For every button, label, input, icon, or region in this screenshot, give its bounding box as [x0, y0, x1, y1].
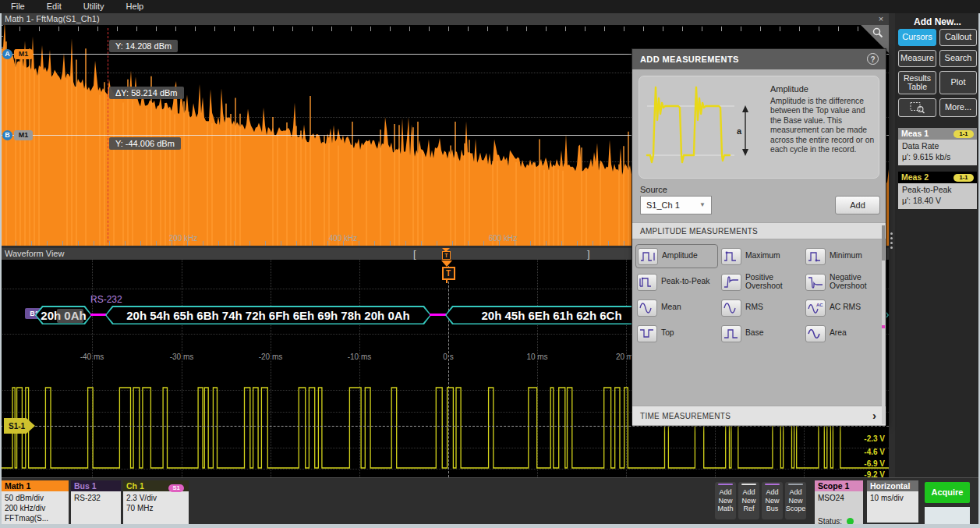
- cursor-a-m1-badge: M1: [14, 49, 33, 59]
- add-button[interactable]: Add: [835, 196, 880, 214]
- negative-overshoot-icon: [805, 274, 826, 291]
- help-icon[interactable]: ?: [867, 53, 879, 65]
- horizontal-card[interactable]: Horizontal 10 ms/div: [867, 480, 918, 523]
- bus1-badge[interactable]: Bus 1 RS-232: [71, 480, 121, 526]
- rms-icon: [721, 299, 741, 317]
- measurement-top[interactable]: Top: [635, 321, 718, 346]
- time-label: -20 ms: [259, 353, 283, 361]
- trigger-flag-stem: [446, 278, 448, 283]
- ch1-source-pill: S1: [168, 484, 184, 492]
- menu-file[interactable]: File: [0, 0, 36, 13]
- bus1-name: Bus 1: [71, 480, 121, 491]
- meas1-source-badge: 1-1: [953, 130, 974, 138]
- add-new-scope-button[interactable]: Add New Scope: [785, 482, 806, 519]
- acquire-button[interactable]: Acquire: [925, 482, 970, 503]
- time-label: 0 s: [443, 353, 453, 361]
- panel-drag-handle[interactable]: [890, 232, 893, 251]
- bus-idle-link: [90, 314, 107, 316]
- bus1-type: RS-232: [74, 493, 118, 503]
- cursor-b-readout: Y: -44.006 dBm: [109, 137, 181, 150]
- zoom-bracket-left[interactable]: [: [413, 248, 416, 260]
- maximum-icon: [721, 248, 741, 265]
- measurement-minimum[interactable]: Minimum: [804, 244, 886, 268]
- ch1-bandwidth: 70 MHz: [126, 503, 186, 513]
- meas2-value: μ': 18.40 V: [902, 196, 973, 207]
- math1-name: Math 1: [2, 480, 69, 491]
- time-label: -30 ms: [170, 353, 194, 361]
- time-label: -40 ms: [80, 353, 104, 361]
- zoom-bracket-right[interactable]: ]: [587, 248, 590, 260]
- math-color-bar: [718, 484, 733, 485]
- menu-edit[interactable]: Edit: [36, 0, 73, 13]
- add-new-ref-button[interactable]: Add New Ref: [738, 482, 759, 519]
- arrow-label: a: [737, 126, 742, 136]
- results-table-button[interactable]: Results Table: [898, 71, 936, 94]
- measurement-positive-overshoot[interactable]: Positive Overshoot: [720, 270, 802, 294]
- measurement-amplitude[interactable]: Amplitude: [635, 244, 718, 268]
- scope-color-bar: [788, 484, 803, 485]
- menu-help[interactable]: Help: [115, 0, 155, 13]
- dialog-titlebar[interactable]: ADD MEASUREMENTS: [632, 49, 886, 69]
- meas1-name: Meas 1: [901, 129, 929, 138]
- scrollbar-marker: [882, 325, 885, 328]
- cursor-b-circle[interactable]: B: [2, 130, 12, 140]
- description-text: Amplitude is the difference between the …: [770, 97, 875, 155]
- cursor-a-readout: Y: 14.208 dBm: [109, 40, 178, 52]
- bus-decode-label: RS-232: [90, 294, 122, 305]
- meas2-card[interactable]: Meas 2 1-1 Peak-to-Peak μ': 18.40 V: [898, 172, 977, 209]
- add-new-bus-button[interactable]: Add New Bus: [762, 482, 783, 519]
- more-button[interactable]: More...: [939, 98, 977, 117]
- math1-badge[interactable]: Math 1 50 dBm/div 200 kHz/div FFTmag(S..…: [2, 480, 69, 526]
- meas2-type: Peak-to-Peak: [902, 185, 973, 196]
- amplitude-icon: [638, 248, 658, 265]
- trigger-flag-arrow[interactable]: [441, 260, 452, 267]
- trigger-flag[interactable]: T: [442, 267, 455, 280]
- ground-reference-line: [0, 426, 889, 427]
- positive-overshoot-icon: [721, 274, 741, 291]
- amplitude-illustration: a: [642, 81, 767, 173]
- dialog-scrollbar-thumb[interactable]: [882, 225, 885, 260]
- cursor-a-circle[interactable]: A: [2, 49, 12, 59]
- ch1-badge[interactable]: Ch 1 S1 2.3 V/div 70 MHz: [123, 480, 189, 526]
- measurement-description-card: a Amplitude Amplitude is the difference …: [639, 76, 879, 179]
- measurement-area[interactable]: Area: [804, 321, 886, 346]
- bus-packet: 20h 54h 65h 6Bh 74h 72h 6Fh 6Eh 69h 78h …: [105, 306, 431, 324]
- amplitude-measurements-section: AMPLITUDE MEASUREMENTS: [632, 222, 886, 239]
- acquire-panel[interactable]: [925, 507, 970, 524]
- scope1-card[interactable]: Scope 1 MSO24 Status:: [815, 480, 863, 528]
- zoom-select-icon: [910, 101, 925, 114]
- chevron-down-icon: ▼: [699, 197, 706, 214]
- trigger-marker-small-box[interactable]: T: [442, 251, 451, 260]
- measurement-mean[interactable]: Mean: [635, 296, 718, 320]
- base-icon: [721, 325, 741, 342]
- search-button[interactable]: Search: [939, 50, 977, 67]
- add-new-math-button[interactable]: Add New Math: [715, 482, 736, 519]
- time-measurements-section[interactable]: TIME MEASUREMENTS: [632, 406, 886, 426]
- expand-chevron-icon[interactable]: ›: [872, 406, 876, 426]
- time-label: 10 ms: [526, 353, 547, 361]
- description-title: Amplitude: [770, 84, 808, 94]
- cursors-button[interactable]: Cursors: [898, 29, 936, 46]
- plot-button[interactable]: Plot: [939, 71, 977, 94]
- magnifier-icon[interactable]: [872, 27, 884, 39]
- meas1-card[interactable]: Meas 1 1-1 Data Rate μ': 9.615 kb/s: [898, 128, 977, 165]
- fft-panel-titlebar[interactable]: Math 1- FftMag(S1_Ch1): [0, 13, 889, 25]
- source-select[interactable]: S1_Ch 1 ▼: [640, 196, 712, 214]
- ref-color-bar: [741, 484, 756, 485]
- callout-button[interactable]: Callout: [939, 29, 977, 46]
- measure-button[interactable]: Measure: [898, 50, 936, 67]
- measurement-peak-to-peak[interactable]: Peak-to-Peak: [635, 270, 718, 294]
- measurement-maximum[interactable]: Maximum: [720, 244, 802, 268]
- math1-function: FFTmag(S...: [5, 513, 65, 523]
- cursor-delta-readout: ΔY: 58.214 dBm: [109, 87, 184, 99]
- measurement-rms[interactable]: RMS: [720, 296, 802, 320]
- measurement-ac-rms[interactable]: AC AC RMS: [804, 296, 886, 320]
- ch1-scale: 2.3 V/div: [126, 493, 186, 503]
- measurement-base[interactable]: Base: [720, 321, 802, 346]
- cursor-b-m1-badge: M1: [14, 130, 33, 140]
- oscilloscope-screen: File Edit Utility Help Tektronix × Math …: [0, 0, 980, 528]
- fft-close-icon[interactable]: ×: [875, 13, 887, 25]
- menu-utility[interactable]: Utility: [73, 0, 115, 13]
- zoom-select-button[interactable]: [898, 98, 936, 117]
- measurement-negative-overshoot[interactable]: Negative Overshoot: [804, 270, 886, 294]
